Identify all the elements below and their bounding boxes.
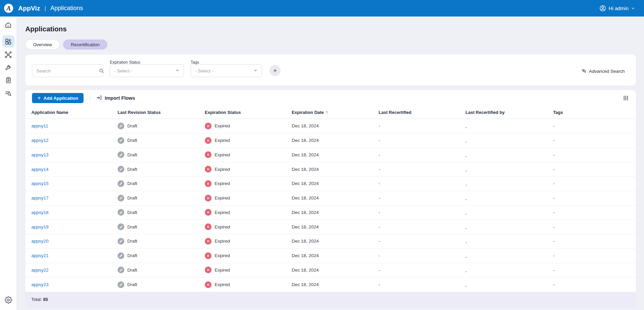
revision-status-cell: Draft — [118, 180, 205, 187]
import-flows-button[interactable]: Import Flows — [96, 95, 135, 102]
application-name-link[interactable]: appsy13 — [31, 152, 49, 157]
draft-pencil-icon — [118, 252, 124, 259]
last-recertified-by-cell: - — [465, 182, 553, 187]
hub-icon — [4, 51, 12, 59]
tab-overview[interactable]: Overview — [25, 39, 60, 50]
user-avatar-icon — [599, 5, 606, 12]
application-name-link[interactable]: appsy18 — [31, 210, 49, 215]
home-icon — [4, 21, 12, 29]
revision-status-text: Draft — [127, 268, 137, 273]
add-filter-button[interactable]: + — [269, 65, 281, 76]
application-name-link[interactable]: appsy12 — [31, 138, 49, 143]
application-name-link[interactable]: appsy11 — [31, 123, 48, 128]
col-header-last-recertified[interactable]: Last Recertified — [379, 110, 465, 115]
applications-icon — [4, 38, 12, 45]
col-header-expiration-status[interactable]: Expiration Status — [205, 110, 292, 115]
topbar-separator: | — [44, 5, 46, 11]
application-name-link[interactable]: appsy17 — [31, 195, 49, 200]
draft-pencil-icon — [118, 123, 124, 129]
advanced-search-button[interactable]: Advanced Search — [581, 68, 625, 74]
last-recertified-cell: - — [379, 181, 465, 186]
user-menu[interactable]: Hi admin — [599, 5, 635, 12]
tags-select[interactable]: - Select - — [191, 64, 262, 77]
tags-cell: - — [553, 152, 636, 157]
tab-recertification[interactable]: Recertification — [63, 39, 107, 50]
last-recertified-by-cell: - — [465, 240, 553, 245]
tags-cell: - — [553, 167, 636, 172]
application-name-link[interactable]: appsy22 — [31, 268, 49, 273]
application-name-link[interactable]: appsy14 — [31, 167, 49, 172]
table-row: appsy19 Draft Expired — [25, 220, 636, 234]
last-recertified-by-cell: - — [465, 125, 553, 130]
expiration-date-cell: Dec 18, 2024 — [292, 224, 379, 229]
sort-ascending-icon[interactable]: ↑ — [326, 110, 328, 115]
search-input[interactable] — [32, 68, 99, 73]
application-name-link[interactable]: appsy15 — [31, 181, 49, 186]
last-recertified-cell: - — [379, 210, 465, 215]
revision-status-cell: Draft — [118, 151, 205, 158]
expiration-status-cell: Expired — [205, 252, 292, 259]
expiration-status-filter-label: Expiration Status — [110, 60, 140, 65]
expiration-status-cell: Expired — [205, 151, 292, 158]
logo-letter: A — [6, 5, 11, 12]
application-name-link[interactable]: appsy19 — [31, 224, 49, 229]
expiration-status-text: Expired — [215, 138, 230, 143]
advanced-search-icon — [581, 68, 587, 74]
sidebar-item-tools[interactable] — [3, 62, 14, 73]
import-flows-label: Import Flows — [105, 95, 135, 101]
expiration-status-text: Expired — [215, 123, 230, 128]
sidebar-item-applications[interactable] — [2, 35, 14, 48]
last-recertified-cell: - — [379, 167, 465, 172]
tags-select-value: - Select - — [195, 68, 213, 73]
last-recertified-by-cell: - — [465, 197, 553, 202]
expiration-status-text: Expired — [215, 282, 230, 287]
expired-x-icon — [205, 137, 212, 144]
applications-table-panel: + Add Application Import Flows Applicati… — [25, 90, 636, 307]
expiration-status-cell: Expired — [205, 238, 292, 245]
last-recertified-cell: - — [379, 253, 465, 258]
application-name-link[interactable]: appsy21 — [31, 253, 49, 258]
tags-cell: - — [553, 268, 636, 273]
sidebar — [0, 17, 17, 310]
revision-status-text: Draft — [127, 138, 137, 143]
col-header-last-revision-status[interactable]: Last Revision Status — [118, 110, 205, 115]
table-body: appsy11 Draft Expired — [25, 119, 636, 292]
col-header-tags[interactable]: Tags — [553, 110, 636, 115]
sidebar-item-integrations[interactable] — [3, 49, 14, 60]
column-settings-button[interactable] — [622, 94, 630, 102]
expiration-status-select[interactable]: - Select - — [110, 64, 184, 77]
expiration-date-cell: Dec 18, 2024 — [292, 282, 379, 287]
sidebar-item-home[interactable] — [3, 19, 14, 31]
expired-x-icon — [205, 123, 212, 129]
revision-status-cell: Draft — [118, 195, 205, 202]
draft-pencil-icon — [118, 180, 124, 187]
import-icon — [96, 95, 102, 102]
expiration-date-cell: Dec 18, 2024 — [292, 195, 379, 200]
expiration-status-select-value: - Select - — [114, 68, 132, 73]
col-header-last-recertified-by[interactable]: Last Recertified by — [465, 110, 553, 115]
sidebar-item-audit-search[interactable] — [3, 87, 14, 99]
last-recertified-cell: - — [379, 282, 465, 287]
sidebar-item-reports[interactable] — [3, 74, 14, 86]
table-row: appsy13 Draft Expired — [25, 148, 636, 162]
tags-cell: - — [553, 138, 636, 143]
expiration-status-text: Expired — [215, 181, 230, 186]
list-search-icon — [4, 89, 12, 97]
sidebar-item-settings[interactable] — [3, 294, 14, 306]
expired-x-icon — [205, 267, 212, 273]
revision-status-text: Draft — [127, 210, 137, 215]
expiration-status-cell: Expired — [205, 123, 292, 129]
application-name-link[interactable]: appsy23 — [31, 282, 49, 287]
revision-status-cell: Draft — [118, 209, 205, 216]
col-header-application-name[interactable]: Application Name — [31, 110, 118, 115]
expired-x-icon — [205, 151, 212, 158]
revision-status-text: Draft — [127, 239, 137, 244]
chevron-down-icon — [253, 68, 258, 73]
draft-pencil-icon — [118, 166, 124, 173]
expiration-status-cell: Expired — [205, 223, 292, 230]
draft-pencil-icon — [118, 223, 124, 230]
application-name-link[interactable]: appsy20 — [31, 239, 49, 244]
col-header-expiration-date[interactable]: Expiration Date ↑ — [292, 110, 379, 115]
add-application-button[interactable]: + Add Application — [32, 93, 84, 103]
last-recertified-by-cell: - — [465, 283, 553, 288]
